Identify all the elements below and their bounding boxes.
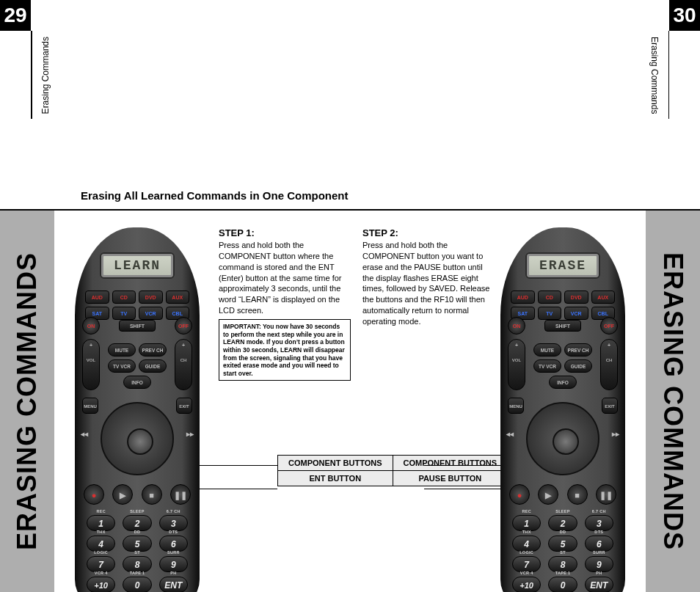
menu-button: MENU: [82, 398, 98, 414]
shift-button: SHIFT: [119, 320, 156, 332]
num-button: SURR9: [585, 556, 613, 572]
step1-title: STEP 1:: [219, 227, 351, 238]
component-button: TV: [538, 307, 562, 320]
num-button: 6.7 CH3: [159, 515, 188, 531]
important-note: IMPORTANT: You now have 30 seconds to pe…: [219, 319, 351, 381]
num-button: DTS6: [159, 536, 188, 552]
component-button: DVD: [139, 290, 163, 304]
num-button: REC1: [512, 515, 541, 531]
divider-rule: [0, 209, 700, 211]
exit-button: EXIT: [602, 398, 618, 414]
menu-button: MENU: [508, 398, 524, 414]
step1-body: Press and hold both the COMPONENT button…: [219, 240, 351, 316]
component-button: DVD: [564, 290, 588, 304]
rec-button: ●: [84, 484, 104, 505]
dpad: [526, 402, 599, 475]
volume-rocker: +VOL: [508, 339, 525, 390]
sidebar-title-right: ERASING COMMANDS: [646, 211, 700, 592]
transport-row: ● ▶ ■ ❚❚: [84, 484, 191, 505]
play-button: ▶: [112, 484, 133, 505]
mute-button: MUTE: [108, 343, 136, 357]
running-head-left: Erasing Commands: [40, 37, 51, 114]
num-button: THX4: [512, 536, 541, 552]
seek-back-icon: ◂◂: [81, 430, 88, 438]
channel-rocker: +CH: [175, 339, 192, 390]
number-pad: REC1 SLEEP2 6.7 CH3 THX4 DD5 DTS6 LOGIC7…: [512, 515, 613, 592]
step1-block: STEP 1: Press and hold both the COMPONEN…: [219, 227, 351, 316]
component-button-row1: AUD CD DVD AUX: [85, 290, 189, 304]
callout-left-bottom: ENT BUTTON: [278, 471, 393, 486]
page-number-left: 29: [0, 0, 31, 31]
num-button: ST8: [548, 556, 577, 572]
num-button: LOGIC7: [512, 556, 541, 572]
guide-button: GUIDE: [564, 359, 592, 373]
remote-lcd: LEARN: [100, 252, 175, 279]
callout-left-top: COMPONENT BUTTONS: [278, 456, 393, 471]
num-button: TAPE 10: [548, 577, 577, 592]
rec-button: ●: [509, 484, 530, 505]
page-number-right: 30: [669, 0, 700, 31]
channel-rocker: +CH: [600, 339, 618, 390]
info-button: INFO: [123, 376, 151, 389]
ent-button: PHENT: [585, 577, 613, 592]
seek-fwd-icon: ▸▸: [612, 430, 619, 438]
component-button: VCR: [139, 307, 163, 320]
num-button: DTS6: [585, 536, 613, 552]
component-button: AUD: [511, 290, 535, 304]
seek-back-icon: ◂◂: [506, 430, 514, 438]
exit-button: EXIT: [176, 398, 192, 414]
running-head-right: Erasing Commands: [649, 37, 660, 114]
leader-line: [190, 465, 277, 466]
component-button: CD: [112, 290, 136, 304]
num-button: THX4: [87, 536, 115, 552]
dpad: [101, 402, 174, 475]
transport-row: ● ▶ ■ ❚❚: [509, 484, 616, 505]
pause-button: ❚❚: [170, 484, 191, 505]
volume-rocker: +VOL: [82, 339, 100, 390]
remote-lcd: ERASE: [525, 252, 600, 279]
num-button: 6.7 CH3: [585, 515, 613, 531]
component-button: CD: [538, 290, 562, 304]
num-button: DD5: [548, 536, 577, 552]
running-rule-right: [668, 31, 670, 119]
step2-block: STEP 2: Press and hold both the COMPONEN…: [362, 227, 495, 327]
running-rule-left: [31, 31, 32, 119]
sidebar-title-left: ERASING COMMANDS: [0, 211, 54, 592]
off-button: OFF: [175, 317, 192, 335]
step2-body: Press and hold both the COMPONENT button…: [362, 240, 495, 327]
prevch-button: PREV CH: [564, 343, 592, 357]
oval-button-group: MUTE PREV CH TV VCR GUIDE INFO: [104, 343, 170, 389]
num-button: ST8: [123, 556, 151, 572]
step2-title: STEP 2:: [362, 227, 495, 238]
stop-button: ■: [567, 484, 588, 505]
shift-button: SHIFT: [544, 320, 581, 332]
num-button: SLEEP2: [548, 515, 577, 531]
num-button: VCR 4+10: [87, 577, 115, 592]
remote-illustration-right: ERASE AUD CD DVD AUX SAT TV VCR CBL ON O…: [497, 227, 628, 592]
component-button-row2: SAT TV VCR CBL: [511, 307, 615, 320]
pause-button: ❚❚: [596, 484, 616, 505]
tvvcr-button: TV VCR: [533, 359, 561, 373]
mute-button: MUTE: [533, 343, 561, 357]
num-button: VCR 4+10: [512, 577, 541, 592]
prevch-button: PREV CH: [139, 343, 167, 357]
sidebar-title-text: ERASING COMMANDS: [657, 252, 688, 550]
sidebar-title-text: ERASING COMMANDS: [12, 252, 43, 550]
stop-button: ■: [142, 484, 162, 505]
component-button: TV: [112, 307, 136, 320]
callout-right-bottom: PAUSE BUTTON: [393, 471, 508, 486]
guide-button: GUIDE: [139, 359, 167, 373]
component-button: VCR: [564, 307, 588, 320]
ent-button: PHENT: [159, 577, 188, 592]
component-button: AUX: [166, 290, 190, 304]
section-heading: Erasing All Learned Commands in One Comp…: [81, 189, 349, 202]
num-button: DD5: [123, 536, 151, 552]
num-button: TAPE 10: [123, 577, 151, 592]
number-pad: REC1 SLEEP2 6.7 CH3 THX4 DD5 DTS6 LOGIC7…: [87, 515, 188, 592]
tvvcr-button: TV VCR: [108, 359, 136, 373]
num-button: LOGIC7: [87, 556, 115, 572]
num-button: REC1: [87, 515, 115, 531]
component-button: AUX: [591, 290, 616, 304]
off-button: OFF: [600, 317, 618, 335]
on-button: ON: [508, 317, 525, 335]
